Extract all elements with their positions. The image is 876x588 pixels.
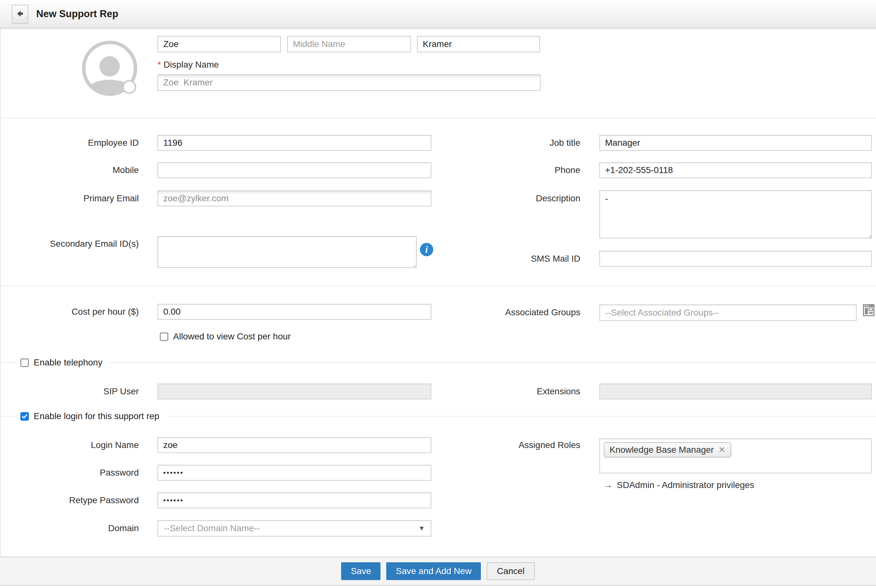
remove-role-icon[interactable]: ✕ <box>718 445 726 455</box>
enable-login-checkbox[interactable] <box>20 412 29 421</box>
role-chip-label: Knowledge Base Manager <box>610 445 714 455</box>
cost-per-hour-label: Cost per hour ($) <box>24 306 139 317</box>
display-name-label: *Display Name <box>158 60 219 70</box>
secondary-email-textarea[interactable] <box>158 236 417 268</box>
assigned-roles-label: Assigned Roles <box>466 440 580 450</box>
domain-label: Domain <box>24 523 139 534</box>
page-title: New Support Rep <box>36 0 118 28</box>
extensions-label: Extensions <box>466 386 580 397</box>
domain-select[interactable]: --Select Domain Name-- ▼ <box>158 520 431 537</box>
section-divider <box>0 285 876 286</box>
dropdown-arrow-icon: ▼ <box>418 525 425 532</box>
first-name-input[interactable] <box>158 36 281 52</box>
secondary-email-label: Secondary Email ID(s) <box>24 238 139 249</box>
role-chip[interactable]: Knowledge Base Manager ✕ <box>604 442 731 458</box>
sms-mail-id-label: SMS Mail ID <box>466 254 580 264</box>
divider-line <box>166 416 876 417</box>
sip-user-label: SIP User <box>24 386 139 397</box>
right-arrow-icon: → <box>604 480 612 490</box>
mobile-label: Mobile <box>24 165 139 176</box>
domain-placeholder: --Select Domain Name-- <box>164 523 260 533</box>
password-label: Password <box>24 467 139 478</box>
cancel-button[interactable]: Cancel <box>487 562 535 580</box>
assigned-roles-box[interactable]: Knowledge Base Manager ✕ <box>600 438 872 473</box>
allowed-view-cost-label: Allowed to view Cost per hour <box>173 332 291 342</box>
employee-id-input[interactable] <box>158 135 431 151</box>
enable-telephony-label: Enable telephony <box>34 357 102 368</box>
back-button[interactable] <box>12 5 28 24</box>
sms-mail-id-input[interactable] <box>600 251 872 267</box>
retype-password-input[interactable] <box>158 492 431 508</box>
employee-id-label: Employee ID <box>24 138 139 148</box>
description-textarea[interactable]: - <box>600 190 872 238</box>
divider-line <box>109 362 876 363</box>
footer-bar: Save Save and Add New Cancel <box>0 556 876 586</box>
role-note: → SDAdmin - Administrator privileges <box>604 480 754 490</box>
phone-label: Phone <box>466 165 580 176</box>
login-name-input[interactable] <box>158 437 431 453</box>
retype-password-label: Retype Password <box>24 495 139 506</box>
job-title-label: Job title <box>466 138 580 148</box>
mobile-input[interactable] <box>158 162 431 178</box>
save-button[interactable]: Save <box>341 562 380 580</box>
divider-stub <box>0 362 18 363</box>
enable-login-label: Enable login for this support rep <box>34 411 159 422</box>
cost-per-hour-input[interactable] <box>158 304 431 320</box>
description-label: Description <box>466 193 580 204</box>
section-divider <box>0 118 876 118</box>
enable-login-row: Enable login for this support rep <box>0 411 876 422</box>
allowed-view-cost-row: Allowed to view Cost per hour <box>160 332 291 342</box>
login-name-label: Login Name <box>24 440 139 450</box>
display-name-input[interactable] <box>158 74 541 91</box>
last-name-input[interactable] <box>417 36 540 52</box>
enable-telephony-row: Enable telephony <box>0 357 876 368</box>
required-asterisk: * <box>158 60 161 69</box>
back-arrow-icon <box>15 9 25 20</box>
sip-user-input <box>158 384 431 399</box>
extensions-input <box>600 384 872 399</box>
job-title-input[interactable] <box>600 135 872 151</box>
divider-stub <box>0 416 18 417</box>
associated-groups-label: Associated Groups <box>466 307 580 318</box>
group-picker-icon[interactable] <box>862 303 875 317</box>
content-left-border <box>0 28 1 556</box>
allowed-view-cost-checkbox[interactable] <box>160 332 168 341</box>
password-input[interactable] <box>158 465 431 481</box>
phone-input[interactable] <box>600 162 872 178</box>
page-header: New Support Rep <box>0 0 876 28</box>
save-and-add-new-button[interactable]: Save and Add New <box>386 562 481 580</box>
associated-groups-input[interactable] <box>600 304 856 321</box>
avatar-head-icon <box>99 56 120 76</box>
info-icon[interactable]: i <box>420 243 433 256</box>
avatar-edit-badge[interactable] <box>122 80 136 94</box>
enable-telephony-checkbox[interactable] <box>20 358 29 367</box>
role-note-text: SDAdmin - Administrator privileges <box>617 480 754 490</box>
primary-email-input[interactable] <box>158 190 431 206</box>
primary-email-label: Primary Email <box>24 193 139 204</box>
middle-name-input[interactable] <box>287 36 411 52</box>
